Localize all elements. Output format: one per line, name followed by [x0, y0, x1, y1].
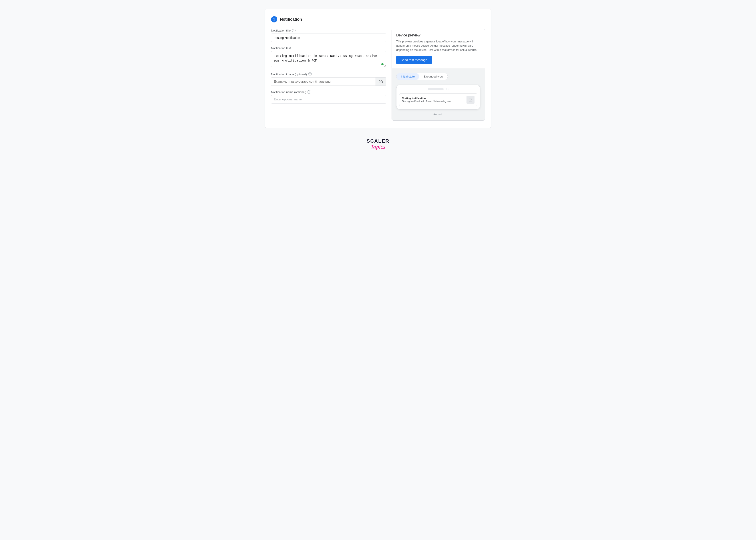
logo-topics-text: Topics [367, 144, 389, 150]
notification-text-input[interactable]: Testing Notification in React Native usi… [271, 51, 386, 67]
logo-scaler-text: SCALER [367, 139, 389, 144]
right-panel: Device preview This preview provides a g… [392, 29, 485, 121]
image-field-group: Notification image (optional) ? [271, 72, 386, 86]
phone-camera [446, 88, 449, 90]
name-field-group: Notification name (optional) ? [271, 90, 386, 103]
text-field-group: Notification text Testing Notification i… [271, 47, 386, 68]
title-help-icon[interactable]: ? [292, 29, 295, 32]
logo-section: SCALER Topics [367, 139, 389, 150]
section-header: 1 Notification [271, 16, 485, 22]
name-help-icon[interactable]: ? [307, 90, 311, 94]
left-panel: Notification title ? Notification text T… [271, 29, 386, 121]
image-url-input[interactable] [271, 77, 376, 85]
device-preview-desc: This preview provides a general idea of … [396, 40, 480, 52]
device-preview-top: Device preview This preview provides a g… [392, 29, 485, 68]
phone-top-bar [399, 88, 477, 90]
title-field-group: Notification title ? [271, 29, 386, 42]
tabs-row: Initial state Expanded view [396, 73, 448, 80]
device-preview-card: Device preview This preview provides a g… [392, 29, 485, 121]
tab-expanded-view[interactable]: Expanded view [419, 73, 448, 80]
character-indicator [381, 63, 384, 65]
notif-content: Testing Notification Testing Notificatio… [402, 97, 464, 103]
device-preview-title: Device preview [396, 33, 480, 37]
notification-card: Testing Notification Testing Notificatio… [399, 93, 477, 106]
title-label: Notification title ? [271, 29, 386, 32]
notif-image-icon [467, 96, 474, 104]
step-badge: 1 [271, 16, 277, 22]
notification-title-input[interactable] [271, 34, 386, 42]
image-input-wrapper [271, 77, 386, 86]
phone-notch [428, 88, 444, 90]
content-row: Notification title ? Notification text T… [271, 29, 485, 121]
upload-button[interactable] [376, 77, 386, 85]
notif-body: Testing Notification in React Native usi… [402, 100, 456, 103]
notif-title: Testing Notification [402, 97, 464, 99]
phone-mockup: Testing Notification Testing Notificatio… [396, 85, 480, 109]
tab-initial-state[interactable]: Initial state [396, 73, 419, 80]
image-label: Notification image (optional) ? [271, 72, 386, 76]
text-label: Notification text [271, 47, 386, 50]
device-preview-bottom: Initial state Expanded view Testing Noti… [392, 68, 485, 120]
notification-name-input[interactable] [271, 95, 386, 103]
send-test-button[interactable]: Send test message [396, 56, 432, 64]
platform-label: Android [396, 113, 480, 116]
main-card: 1 Notification Notification title ? Noti… [265, 9, 491, 128]
section-title: Notification [280, 17, 302, 22]
svg-point-2 [470, 99, 470, 99]
image-help-icon[interactable]: ? [308, 72, 312, 76]
name-label: Notification name (optional) ? [271, 90, 386, 94]
textarea-wrapper: Testing Notification in React Native usi… [271, 51, 386, 68]
